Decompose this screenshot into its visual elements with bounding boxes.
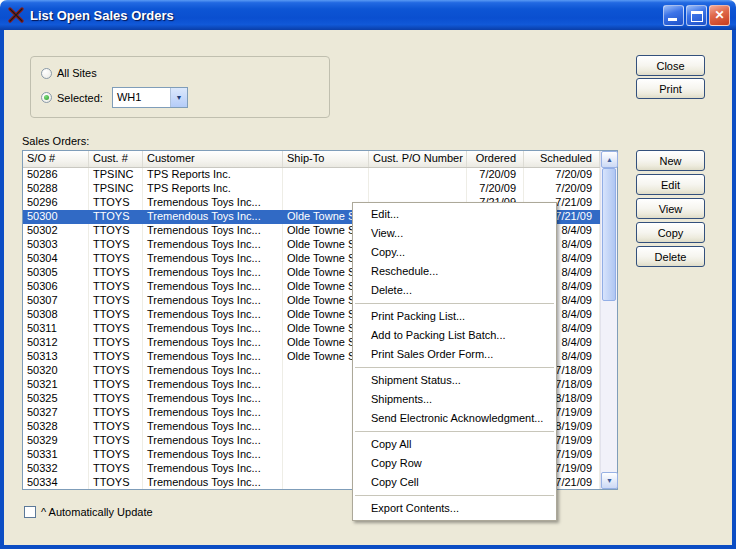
table-cell[interactable]: TTOYS (89, 378, 143, 392)
menu-item[interactable]: Copy Row (353, 454, 556, 473)
menu-item[interactable]: Copy All (353, 435, 556, 454)
table-cell[interactable]: Tremendous Toys Inc... (143, 350, 283, 364)
column-header[interactable]: Scheduled (524, 151, 600, 167)
table-cell[interactable]: 50313 (23, 350, 89, 364)
menu-item[interactable]: Delete... (353, 281, 556, 300)
vertical-scrollbar[interactable]: ▲ ▼ (600, 151, 617, 489)
table-cell[interactable]: Tremendous Toys Inc... (143, 378, 283, 392)
menu-item[interactable]: Shipment Status... (353, 371, 556, 390)
menu-item[interactable]: Export Contents... (353, 499, 556, 518)
edit-button[interactable]: Edit (636, 174, 705, 195)
table-cell[interactable]: 50300 (23, 210, 89, 224)
table-cell[interactable]: 50286 (23, 168, 89, 182)
table-cell[interactable]: TTOYS (89, 224, 143, 238)
table-cell[interactable]: Tremendous Toys Inc... (143, 476, 283, 489)
table-cell[interactable]: Tremendous Toys Inc... (143, 294, 283, 308)
table-cell[interactable]: 50306 (23, 280, 89, 294)
menu-item[interactable]: Add to Packing List Batch... (353, 326, 556, 345)
table-cell[interactable]: TTOYS (89, 448, 143, 462)
menu-item[interactable]: Reschedule... (353, 262, 556, 281)
table-cell[interactable]: TPSINC (89, 182, 143, 196)
minimize-button[interactable] (663, 5, 684, 26)
table-cell[interactable]: 50308 (23, 308, 89, 322)
maximize-button[interactable] (686, 5, 707, 26)
menu-item[interactable]: Edit... (353, 205, 556, 224)
table-cell[interactable]: 50307 (23, 294, 89, 308)
table-cell[interactable]: TTOYS (89, 364, 143, 378)
menu-item[interactable]: Shipments... (353, 390, 556, 409)
table-cell[interactable] (369, 168, 467, 182)
table-cell[interactable]: TTOYS (89, 420, 143, 434)
all-sites-radio[interactable] (41, 68, 52, 79)
table-cell[interactable]: TTOYS (89, 238, 143, 252)
all-sites-option[interactable]: All Sites (41, 66, 97, 80)
menu-item[interactable]: Print Packing List... (353, 307, 556, 326)
column-header[interactable]: Cust. # (89, 151, 143, 167)
menu-item[interactable]: Send Electronic Acknowledgment... (353, 409, 556, 428)
menu-item[interactable]: Copy Cell (353, 473, 556, 492)
table-cell[interactable]: TTOYS (89, 406, 143, 420)
table-cell[interactable]: TPS Reports Inc. (143, 168, 283, 182)
table-cell[interactable]: 50305 (23, 266, 89, 280)
table-cell[interactable]: Tremendous Toys Inc... (143, 322, 283, 336)
combo-dropdown-button[interactable]: ▼ (170, 88, 187, 107)
table-cell[interactable]: 50320 (23, 364, 89, 378)
new-button[interactable]: New (636, 150, 705, 171)
print-button[interactable]: Print (636, 78, 705, 99)
table-cell[interactable]: Tremendous Toys Inc... (143, 462, 283, 476)
table-cell[interactable]: 50312 (23, 336, 89, 350)
table-cell[interactable]: 50327 (23, 406, 89, 420)
table-cell[interactable]: Tremendous Toys Inc... (143, 308, 283, 322)
table-cell[interactable]: TTOYS (89, 252, 143, 266)
titlebar[interactable]: List Open Sales Orders ✕ (0, 0, 736, 30)
delete-button[interactable]: Delete (636, 246, 705, 267)
close-window-button[interactable]: ✕ (709, 5, 730, 26)
table-cell[interactable]: Tremendous Toys Inc... (143, 448, 283, 462)
table-cell[interactable]: 50321 (23, 378, 89, 392)
table-cell[interactable]: TTOYS (89, 476, 143, 489)
site-combobox[interactable]: WH1 ▼ (112, 87, 188, 108)
close-dialog-button[interactable]: Close (636, 55, 705, 76)
table-cell[interactable]: TTOYS (89, 350, 143, 364)
table-cell[interactable]: Tremendous Toys Inc... (143, 280, 283, 294)
table-cell[interactable]: 50328 (23, 420, 89, 434)
table-cell[interactable]: 50311 (23, 322, 89, 336)
table-cell[interactable]: Tremendous Toys Inc... (143, 238, 283, 252)
table-cell[interactable]: TTOYS (89, 392, 143, 406)
table-cell[interactable]: Tremendous Toys Inc... (143, 406, 283, 420)
table-cell[interactable]: TPSINC (89, 168, 143, 182)
column-header[interactable]: S/O # (23, 151, 89, 167)
table-cell[interactable]: 50303 (23, 238, 89, 252)
table-cell[interactable]: TTOYS (89, 294, 143, 308)
table-cell[interactable]: 50332 (23, 462, 89, 476)
view-button[interactable]: View (636, 198, 705, 219)
table-cell[interactable]: 50329 (23, 434, 89, 448)
table-cell[interactable]: Tremendous Toys Inc... (143, 392, 283, 406)
table-cell[interactable]: TTOYS (89, 308, 143, 322)
table-cell[interactable]: Tremendous Toys Inc... (143, 196, 283, 210)
table-cell[interactable]: 50331 (23, 448, 89, 462)
table-cell[interactable]: Tremendous Toys Inc... (143, 364, 283, 378)
table-cell[interactable]: 50296 (23, 196, 89, 210)
table-cell[interactable]: 50302 (23, 224, 89, 238)
table-cell[interactable] (369, 182, 467, 196)
table-cell[interactable]: Tremendous Toys Inc... (143, 336, 283, 350)
menu-item[interactable]: Print Sales Order Form... (353, 345, 556, 364)
table-cell[interactable]: TTOYS (89, 462, 143, 476)
scrollbar-thumb[interactable] (602, 168, 616, 301)
table-row[interactable]: 50288TPSINCTPS Reports Inc.7/20/097/20/0… (23, 182, 600, 196)
selected-site-option[interactable]: Selected: WH1 ▼ (41, 87, 188, 108)
scroll-up-button[interactable]: ▲ (601, 151, 618, 168)
table-cell[interactable]: Tremendous Toys Inc... (143, 420, 283, 434)
table-cell[interactable]: TTOYS (89, 336, 143, 350)
column-header[interactable]: Ordered (467, 151, 524, 167)
table-cell[interactable]: Tremendous Toys Inc... (143, 224, 283, 238)
table-cell[interactable]: TTOYS (89, 280, 143, 294)
table-cell[interactable]: TTOYS (89, 322, 143, 336)
table-cell[interactable]: TPS Reports Inc. (143, 182, 283, 196)
selected-site-radio[interactable] (41, 92, 52, 103)
copy-button[interactable]: Copy (636, 222, 705, 243)
table-cell[interactable]: 50325 (23, 392, 89, 406)
table-cell[interactable]: TTOYS (89, 210, 143, 224)
auto-update-checkbox[interactable] (24, 506, 36, 518)
